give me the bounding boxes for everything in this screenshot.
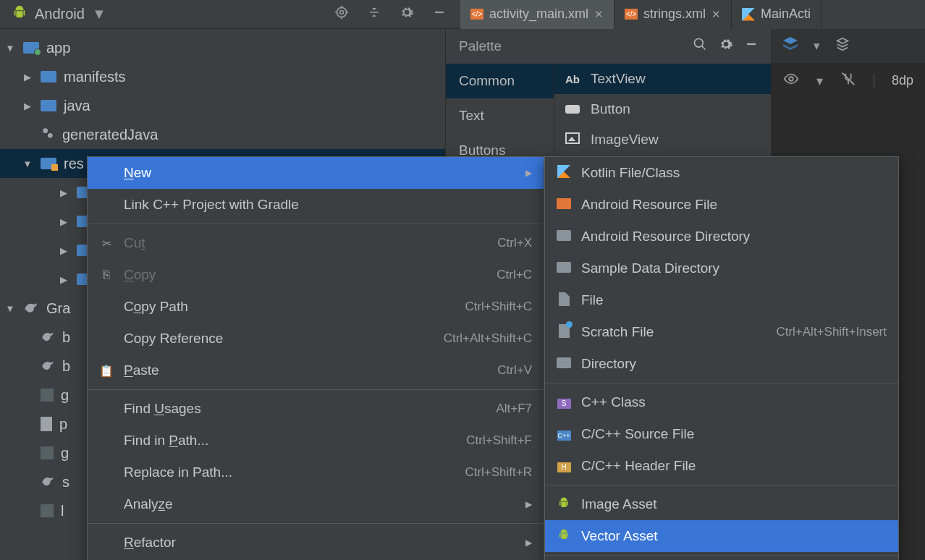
design-surface-icon[interactable] xyxy=(782,35,799,56)
tree-node-manifests[interactable]: ▶ manifests xyxy=(0,62,445,91)
menu-shortcut: Ctrl+V xyxy=(497,363,532,378)
tree-label: s xyxy=(62,474,69,491)
gear-icon[interactable] xyxy=(719,37,733,55)
palette-item-textview[interactable]: Ab TextView xyxy=(554,64,771,94)
target-icon[interactable] xyxy=(334,5,349,23)
palette-category-common[interactable]: Common xyxy=(446,64,554,98)
submenu-item-resource-file[interactable]: Android Resource File xyxy=(545,189,898,221)
menu-separator xyxy=(88,224,544,224)
menu-separator xyxy=(545,485,898,485)
expand-icon[interactable]: ▶ xyxy=(58,216,69,227)
menu-item-copy-path[interactable]: Copy Path Ctrl+Shift+C xyxy=(88,291,544,323)
menu-item-find-usages[interactable]: Find Usages Alt+F7 xyxy=(88,393,544,425)
project-view-selector[interactable]: Android ▼ xyxy=(12,4,106,24)
menu-item-new[interactable]: New ▶ xyxy=(88,157,544,189)
chevron-down-icon[interactable]: ▾ xyxy=(814,38,820,54)
project-selector-bar: Android ▼ xyxy=(0,4,460,24)
expand-icon[interactable]: ▼ xyxy=(4,43,16,54)
tree-node-generatedjava[interactable]: ▶ generatedJava xyxy=(0,120,445,149)
menu-label: C/C++ Header File xyxy=(581,458,887,474)
expand-icon[interactable]: ▶ xyxy=(58,245,69,256)
svg-point-4 xyxy=(694,39,703,48)
menu-label: Copy Reference xyxy=(124,331,434,347)
close-icon[interactable]: ✕ xyxy=(594,8,604,21)
menu-item-copy-reference[interactable]: Copy Reference Ctrl+Alt+Shift+C xyxy=(88,323,544,355)
project-toolbar xyxy=(334,5,460,23)
submenu-item-sample-data[interactable]: Sample Data Directory xyxy=(545,253,898,284)
menu-item-cut[interactable]: ✂ Cut Ctrl+X xyxy=(88,227,544,259)
submenu-item-resource-dir[interactable]: Android Resource Directory xyxy=(545,221,898,253)
palette-item-label: TextView xyxy=(591,71,646,87)
submenu-item-cpp-header[interactable]: HC/C++ Header File xyxy=(545,450,898,482)
menu-item-paste[interactable]: 📋 Paste Ctrl+V xyxy=(88,355,544,386)
kotlin-file-icon xyxy=(742,8,755,21)
menu-item-replace-in-path[interactable]: Replace in Path... Ctrl+Shift+R xyxy=(88,457,544,488)
close-icon[interactable]: ✕ xyxy=(711,8,721,21)
scratch-file-icon xyxy=(557,324,571,341)
menu-item-refactor[interactable]: Refactor ▶ xyxy=(88,527,544,559)
tree-node-app[interactable]: ▼ app xyxy=(0,33,445,62)
palette-category-text[interactable]: Text xyxy=(446,98,554,133)
menu-label: File xyxy=(581,292,887,308)
autoconnect-off-icon[interactable] xyxy=(840,71,856,90)
layout-editor-header: Palette ▾ xyxy=(446,29,925,64)
menu-item-find-in-path[interactable]: Find in Path... Ctrl+Shift+F xyxy=(88,425,544,457)
svg-point-5 xyxy=(789,77,793,81)
tree-label: g xyxy=(61,387,69,404)
cpp-class-icon: S xyxy=(557,396,571,409)
expand-icon[interactable]: ▶ xyxy=(22,101,33,111)
menu-label: Find in Path... xyxy=(124,433,456,449)
menu-label: Sample Data Directory xyxy=(581,260,887,276)
menu-item-analyze[interactable]: Analyze ▶ xyxy=(88,488,544,520)
default-margin-label[interactable]: 8dp xyxy=(892,73,913,88)
expand-icon[interactable]: ▼ xyxy=(4,303,16,314)
blueprint-icon[interactable] xyxy=(835,36,850,56)
android-icon xyxy=(12,4,28,24)
cut-icon: ✂ xyxy=(99,237,114,250)
imageview-icon xyxy=(565,132,580,148)
menu-separator xyxy=(88,523,544,524)
menu-label: C/C++ Source File xyxy=(581,426,887,442)
submenu-item-kotlin[interactable]: Kotlin File/Class xyxy=(545,157,898,189)
minimize-icon[interactable] xyxy=(433,6,446,22)
palette-item-button[interactable]: Button xyxy=(554,94,771,124)
expand-icon[interactable]: ▼ xyxy=(22,158,33,169)
tree-node-java[interactable]: ▶ java xyxy=(0,91,445,120)
collapse-icon[interactable] xyxy=(368,6,381,22)
tree-label: res xyxy=(64,156,84,172)
tree-label: b xyxy=(62,358,70,375)
minimize-icon[interactable] xyxy=(745,38,758,54)
submenu-item-directory[interactable]: Directory xyxy=(545,348,898,380)
submenu-item-cpp-class[interactable]: SC++ Class xyxy=(545,386,898,418)
submenu-item-file[interactable]: File xyxy=(545,284,898,316)
top-bar: Android ▼ </> activity_main.xml ✕ </> xyxy=(0,0,925,29)
submenu-item-image-asset[interactable]: Image Asset xyxy=(545,488,898,520)
submenu-item-cpp-source[interactable]: C++C/C++ Source File xyxy=(545,418,898,450)
menu-item-copy[interactable]: ⎘ Copy Ctrl+C xyxy=(88,259,544,291)
gear-icon[interactable] xyxy=(400,5,414,23)
submenu-arrow-icon: ▶ xyxy=(525,538,532,548)
search-icon[interactable] xyxy=(693,37,707,55)
menu-label: C++ Class xyxy=(581,394,887,410)
tab-activity-main[interactable]: </> activity_main.xml ✕ xyxy=(460,0,614,29)
menu-label: Vector Asset xyxy=(581,528,887,544)
submenu-item-vector-asset[interactable]: Vector Asset xyxy=(545,520,898,552)
folder-icon xyxy=(557,262,571,276)
context-menu: New ▶ Link C++ Project with Gradle ✂ Cut… xyxy=(87,156,544,560)
tree-label: p xyxy=(59,416,67,433)
visibility-icon[interactable] xyxy=(783,71,799,90)
expand-icon[interactable]: ▶ xyxy=(58,187,69,198)
menu-separator xyxy=(88,389,544,390)
palette-item-imageview[interactable]: ImageView xyxy=(554,124,771,155)
file-icon xyxy=(557,292,571,309)
tab-strings[interactable]: </> strings.xml ✕ xyxy=(614,0,732,29)
expand-icon[interactable]: ▶ xyxy=(58,274,69,285)
tab-mainactivity[interactable]: MainActi xyxy=(732,0,821,29)
menu-item-link-cpp[interactable]: Link C++ Project with Gradle xyxy=(88,189,544,221)
chevron-down-icon[interactable]: ▾ xyxy=(816,73,823,89)
submenu-item-scratch[interactable]: Scratch FileCtrl+Alt+Shift+Insert xyxy=(545,316,898,348)
menu-label: Paste xyxy=(124,362,487,378)
menu-shortcut: Ctrl+C xyxy=(497,268,532,282)
expand-icon[interactable]: ▶ xyxy=(22,72,33,82)
menu-label: Replace in Path... xyxy=(124,464,455,480)
